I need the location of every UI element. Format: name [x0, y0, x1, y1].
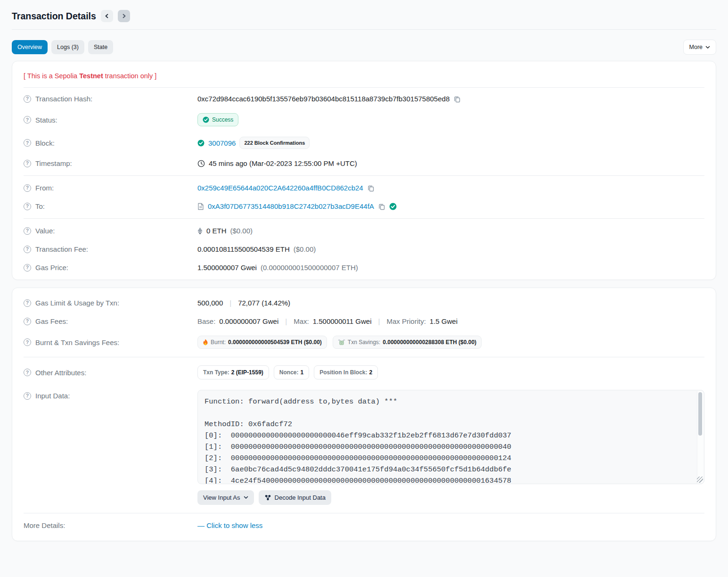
txn-savings-badge: Txn Savings: 0.000000000000288308 ETH ($…: [333, 336, 482, 349]
position-in-block-badge-label: Position In Block:: [319, 369, 367, 376]
help-icon[interactable]: ?: [24, 338, 31, 346]
status-label: Status:: [35, 116, 57, 124]
page-header: Transaction Details: [12, 0, 716, 30]
from-address-link[interactable]: 0x259c49E65644a020C2A642260a4ffB0CD862cb…: [197, 184, 363, 192]
view-input-as-label: View Input As: [203, 494, 240, 501]
previous-transaction-button[interactable]: [101, 10, 113, 22]
resize-grip-icon[interactable]: [697, 477, 703, 483]
testnet-warning-bold: Testnet: [79, 72, 103, 80]
transaction-fee-eth: 0.000108115500504539 ETH: [197, 245, 290, 253]
block-row: ? Block: 3007096 222 Block Confirmations: [24, 132, 704, 154]
decode-input-data-button[interactable]: Decode Input Data: [259, 490, 331, 505]
gas-limit-value: 500,000: [197, 299, 223, 307]
page-title: Transaction Details: [12, 11, 96, 22]
overview-card: [ This is a Sepolia Testnet transaction …: [12, 61, 716, 280]
divider: [24, 357, 704, 357]
copy-icon: [378, 203, 385, 210]
nonce-badge: Nonce: 1: [274, 365, 309, 379]
click-to-show-less-link[interactable]: — Click to show less: [197, 521, 262, 529]
burnt-fees-row: ? Burnt & Txn Savings Fees: Burnt: 0.000…: [24, 330, 704, 354]
money-wings-icon: [338, 339, 345, 345]
next-transaction-button[interactable]: [118, 10, 130, 22]
help-icon[interactable]: ?: [24, 227, 31, 235]
block-number-link[interactable]: 3007096: [208, 139, 236, 147]
check-circle-icon: [203, 116, 209, 123]
tab-logs[interactable]: Logs (3): [51, 40, 84, 54]
check-circle-icon: [197, 140, 204, 147]
burnt-badge: Burnt: 0.000000000000504539 ETH ($0.00): [197, 336, 327, 349]
value-row: ? Value: 0 ETH ($0.00): [24, 222, 704, 240]
more-details-label: More Details:: [24, 521, 197, 529]
from-label: From:: [35, 184, 54, 192]
gas-price-row: ? Gas Price: 1.500000007 Gwei (0.0000000…: [24, 258, 704, 277]
to-address-link[interactable]: 0xA3f07D6773514480b918C2742b027b3acD9E44…: [208, 202, 374, 210]
block-label: Block:: [35, 139, 55, 147]
chevron-right-icon: [122, 14, 126, 18]
help-icon[interactable]: ?: [24, 318, 31, 325]
help-icon[interactable]: ?: [24, 246, 31, 253]
input-data-row: ? Input Data: Function: forward(address …: [24, 385, 704, 510]
gas-limit-row: ? Gas Limit & Usage by Txn: 500,000 | 72…: [24, 291, 704, 312]
help-icon[interactable]: ?: [24, 95, 31, 103]
nonce-badge-value: 1: [301, 369, 304, 376]
input-data-label: Input Data:: [35, 392, 70, 400]
input-actions: View Input As Decode Input Data: [197, 490, 704, 505]
timestamp-row: ? Timestamp: 45 mins ago (Mar-02-2023 12…: [24, 154, 704, 173]
max-fee-value: 1.500000011 Gwei: [313, 317, 372, 325]
input-data-box[interactable]: Function: forward(address to,bytes data)…: [197, 390, 704, 484]
position-in-block-badge-value: 2: [369, 369, 373, 376]
base-fee-label: Base:: [197, 317, 215, 325]
help-icon[interactable]: ?: [24, 160, 31, 167]
more-dropdown-label: More: [689, 44, 703, 50]
help-icon[interactable]: ?: [24, 392, 31, 400]
tab-overview[interactable]: Overview: [12, 40, 48, 54]
tab-state[interactable]: State: [88, 40, 113, 54]
help-icon[interactable]: ?: [24, 116, 31, 124]
copy-to-address-button[interactable]: [378, 203, 385, 210]
txn-savings-badge-label: Txn Savings:: [348, 339, 380, 346]
txn-savings-badge-value: 0.000000000000288308 ETH ($0.00): [383, 339, 476, 346]
copy-hash-button[interactable]: [453, 95, 461, 103]
input-data-content: Function: forward(address to,bytes data)…: [198, 390, 704, 484]
clock-icon: [197, 160, 205, 167]
other-attributes-row: ? Other Attributes: Txn Type: 2 (EIP-155…: [24, 360, 704, 385]
copy-icon: [367, 184, 375, 192]
txn-type-badge: Txn Type: 2 (EIP-1559): [197, 365, 269, 379]
txn-type-badge-label: Txn Type:: [203, 369, 229, 376]
value-label: Value:: [35, 227, 55, 235]
more-dropdown-button[interactable]: More: [683, 40, 716, 55]
details-card: ? Gas Limit & Usage by Txn: 500,000 | 72…: [12, 288, 716, 541]
chevron-left-icon: [105, 14, 109, 18]
value-eth: 0 ETH: [206, 227, 227, 235]
burnt-badge-label: Burnt:: [211, 339, 226, 346]
help-icon[interactable]: ?: [24, 369, 31, 376]
tabs-row: Overview Logs (3) State More: [12, 40, 716, 55]
help-icon[interactable]: ?: [24, 139, 31, 147]
from-row: ? From: 0x259c49E65644a020C2A642260a4ffB…: [24, 179, 704, 197]
testnet-warning-prefix: [ This is a Sepolia: [24, 72, 79, 80]
gas-limit-label: Gas Limit & Usage by Txn:: [35, 299, 119, 307]
help-icon[interactable]: ?: [24, 203, 31, 210]
transaction-fee-usd: ($0.00): [294, 245, 316, 253]
block-confirmations-badge: 222 Block Confirmations: [239, 137, 310, 149]
divider: [24, 513, 704, 513]
transaction-hash-value: 0xc72d984ccac6190b5f135576eb97b03604bc81…: [197, 95, 450, 103]
nonce-badge-label: Nonce:: [279, 369, 299, 376]
view-input-as-button[interactable]: View Input As: [197, 490, 254, 505]
help-icon[interactable]: ?: [24, 299, 31, 307]
scrollbar-thumb[interactable]: [698, 392, 702, 436]
copy-from-address-button[interactable]: [367, 184, 375, 192]
more-details-row: More Details: — Click to show less: [24, 516, 704, 538]
chevron-down-icon: [244, 496, 248, 499]
testnet-warning: [ This is a Sepolia Testnet transaction …: [24, 64, 704, 88]
max-priority-fee-value: 1.5 Gwei: [430, 317, 458, 325]
help-icon[interactable]: ?: [24, 184, 31, 192]
decode-input-data-label: Decode Input Data: [275, 494, 326, 501]
status-value: Success: [212, 116, 233, 123]
separator: |: [378, 317, 380, 325]
input-data-scrollbar[interactable]: [697, 391, 703, 483]
divider: [24, 218, 704, 219]
chevron-down-icon: [705, 46, 710, 49]
gas-fees-label: Gas Fees:: [35, 317, 68, 325]
help-icon[interactable]: ?: [24, 264, 31, 272]
